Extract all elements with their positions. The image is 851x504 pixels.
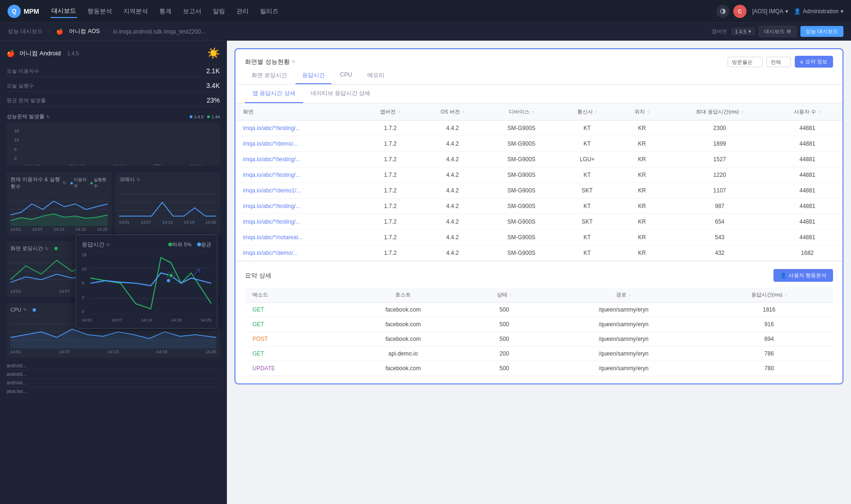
user-label: Administration (803, 8, 839, 15)
cell-osver: 4.4.2 (420, 167, 485, 183)
sum-cell-method: GET (245, 317, 340, 332)
workspace-selector[interactable]: [AOS] IMQA ▾ (752, 8, 788, 15)
table-row[interactable]: imqa.io/abc/*/testing/... 1.7.2 4.4.2 SM… (235, 152, 842, 167)
cell-osver: 4.4.2 (420, 214, 485, 230)
table-row[interactable]: imqa.io/abc/*/testing/... 1.7.2 4.4.2 SM… (235, 214, 842, 230)
col-screen[interactable]: 화면 (235, 104, 361, 121)
col-device[interactable]: 디바이스 ↑ (485, 104, 557, 121)
sum-col-method[interactable]: 메소드 (245, 287, 340, 303)
col-maxtime[interactable]: 최대 응답시간(ms) ↑ (667, 104, 772, 121)
cell-location: KR (617, 152, 668, 167)
summary-row[interactable]: GET api.demo.io 200 /queen/sammy/eryn 78… (245, 347, 833, 361)
sum-col-time[interactable]: 응답시간(ms) ↑ (705, 287, 833, 303)
tab-response[interactable]: 응답시간 (295, 68, 331, 84)
summary-row[interactable]: UPDATE facebook.com 500 /queen/sammy/ery… (245, 361, 833, 376)
perf-card-header: 화면별 성능현황 ↻ 방문율순 전체 ≡ 요약 정보 (235, 49, 842, 68)
table-row[interactable]: imqa.io/abc/*/testing/... 1.7.2 4.4.2 SM… (235, 167, 842, 183)
cell-users: 44881 (772, 183, 842, 199)
cell-users: 44881 (772, 136, 842, 152)
perf-chart-labels: 응답시간 응답시간 크래시 CPU 메모리 (10, 164, 216, 165)
logo-text: MPM (24, 8, 39, 15)
col-appver[interactable]: 앱버전 ↑ (361, 104, 420, 121)
cell-osver: 4.4.2 (420, 230, 485, 245)
cell-screen: imqa.io/abc/*/testing/... (235, 152, 361, 167)
table-row[interactable]: imqa.io/abc/*/demo/... 1.7.2 4.4.2 SM-G9… (235, 245, 842, 261)
summary-row[interactable]: GET facebook.com 500 /queen/sammy/eryn 1… (245, 303, 833, 317)
user-selector[interactable]: 👤 Administration ▾ (794, 8, 843, 15)
sum-cell-status: 200 (467, 347, 542, 361)
perf-card-title: 화면별 성능현황 ↻ (245, 58, 295, 66)
sum-col-path[interactable]: 경로 ↑ (542, 287, 705, 303)
sum-cell-status: 500 (467, 317, 542, 332)
logo: Q MPM (8, 5, 39, 18)
sum-cell-time: 786 (705, 347, 833, 361)
cell-carrier: KT (558, 121, 617, 136)
tooltip-title: 응답시간 ↻ (82, 241, 110, 249)
sum-col-status[interactable]: 상태 ↑ (467, 287, 542, 303)
svg-point-26 (166, 278, 171, 283)
summary-info-icon: ≡ (800, 59, 803, 65)
nav-item-stats[interactable]: 통계 (158, 5, 173, 17)
table-row[interactable]: imqa.io/abc/*/demo1/... 1.7.2 4.4.2 SM-G… (235, 183, 842, 199)
nav-item-region[interactable]: 지역분석 (122, 5, 149, 17)
svg-point-24 (169, 273, 173, 278)
cell-carrier: KT (558, 167, 617, 183)
cell-device: SM-G900S (485, 230, 557, 245)
summary-title: 요약 상세 (245, 271, 271, 280)
table-row[interactable]: imqa.io/abc/*/testing/... 1.7.2 4.4.2 SM… (235, 199, 842, 214)
cell-maxtime: 2300 (667, 121, 772, 136)
visit-sort-select[interactable]: 방문율순 (728, 57, 763, 67)
nav-item-report[interactable]: 보고서 (182, 5, 202, 17)
cell-appver: 1.7.2 (361, 245, 420, 261)
version-badge[interactable]: 1.4.5 ▾ (731, 27, 755, 35)
nav-item-dashboard[interactable]: 대시보드 (51, 5, 77, 18)
nav-item-manage[interactable]: 관리 (235, 5, 250, 17)
inner-tab-app[interactable]: 앱 응답시간 상세 (245, 85, 303, 103)
crash-chart (119, 186, 217, 219)
tab-cpu[interactable]: CPU (333, 68, 358, 84)
col-location[interactable]: 위치 ↑ (617, 104, 668, 121)
dashboard-view-btn[interactable]: 대시보드 뷰 (759, 26, 797, 37)
cell-users: 44881 (772, 214, 842, 230)
nav-item-release[interactable]: 릴리즈 (259, 5, 279, 17)
cursor-arrow: ↗ (191, 264, 202, 280)
perf-dashboard-btn[interactable]: 성능 대시보드 (800, 26, 843, 37)
col-osver[interactable]: OS 버전 ↑ (420, 104, 485, 121)
android-item-3: android... (7, 379, 220, 387)
sum-cell-time: 1816 (705, 303, 833, 317)
crash-x-labels: 14:0114:0714:1314:1914:25 (119, 220, 217, 225)
theme-toggle-icon[interactable] (716, 5, 729, 18)
user-avatar[interactable]: C (733, 5, 747, 18)
cell-location: KR (617, 136, 668, 152)
sum-col-host[interactable]: 호스트 (340, 287, 467, 303)
cell-device: SM-G900S (485, 183, 557, 199)
sum-cell-time: 894 (705, 332, 833, 347)
android-item-4: java.lan... (7, 387, 220, 395)
breadcrumb-home[interactable]: 성능 대시보드 (8, 27, 43, 35)
tab-memory[interactable]: 메모리 (361, 68, 391, 84)
summary-row[interactable]: POST facebook.com 500 /queen/sammy/eryn … (245, 332, 833, 347)
cell-carrier: LGU+ (558, 152, 617, 167)
inner-tab-native[interactable]: 네이티브 응답시간 상세 (303, 85, 378, 103)
tab-loadtime[interactable]: 화면 로딩시간 (245, 68, 294, 84)
all-filter-select[interactable]: 전체 (766, 57, 791, 67)
cell-device: SM-G900S (485, 136, 557, 152)
breadcrumb-sdk[interactable]: io.imqa.android.sdk.imqa_test2200... (113, 28, 206, 35)
summary-row[interactable]: GET facebook.com 500 /queen/sammy/eryn 9… (245, 317, 833, 332)
summary-info-btn[interactable]: ≡ 요약 정보 (795, 56, 833, 68)
behavior-analysis-btn[interactable]: 👤 사용자 행동분석 (773, 269, 833, 282)
cell-carrier: KT (558, 245, 617, 261)
table-row[interactable]: imqa.io/abc/*/demo/... 1.7.2 4.4.2 SM-G9… (235, 136, 842, 152)
cpu-x-labels: 14:0114:0714:1314:1914:25 (10, 349, 216, 354)
nav-item-alarm[interactable]: 알림 (212, 5, 226, 17)
table-row[interactable]: imqa.io/abc/*/notareal... 1.7.2 4.4.2 SM… (235, 230, 842, 245)
stat-issues-label: 평균 문제 발생률 (7, 97, 46, 104)
breadcrumb-app[interactable]: 어니컴 AOS (69, 27, 100, 35)
cell-location: KR (617, 245, 668, 261)
nav-items: 대시보드 행동분석 지역분석 통계 보고서 알림 관리 릴리즈 (51, 5, 279, 18)
nav-item-behavior[interactable]: 행동분석 (87, 5, 113, 17)
cell-maxtime: 654 (667, 214, 772, 230)
col-users[interactable]: 사용자 수 ↑ (772, 104, 842, 121)
table-row[interactable]: imqa.io/abc/*/testing/... 1.7.2 4.4.2 SM… (235, 121, 842, 136)
col-carrier[interactable]: 통신사 ↑ (558, 104, 617, 121)
